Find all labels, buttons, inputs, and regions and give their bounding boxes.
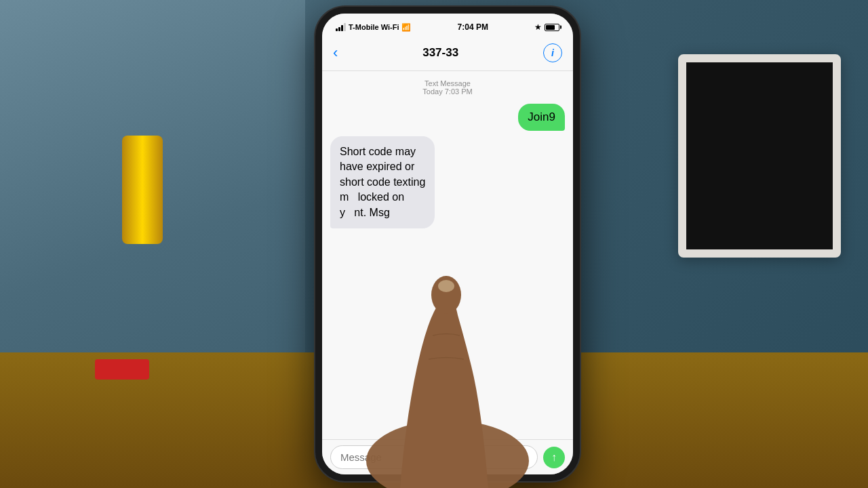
message-input[interactable] [330, 445, 538, 469]
status-right: ★ [534, 22, 559, 32]
monitor-screen [686, 62, 833, 249]
back-button[interactable]: ‹ [333, 44, 338, 62]
wifi-icon: 📶 [401, 23, 411, 32]
red-item-decoration [95, 359, 149, 380]
battery-fill [546, 25, 555, 30]
signal-bar-3 [341, 25, 343, 31]
received-message-bubble: Short code mayhave expired orshort code … [330, 136, 435, 228]
timestamp-sub: Today 7:03 PM [330, 87, 565, 96]
time-display: 7:04 PM [458, 22, 488, 32]
message-timestamp: Text Message Today 7:03 PM [330, 79, 565, 96]
send-icon: ↑ [551, 451, 557, 464]
input-bar: ↑ [322, 439, 573, 474]
nav-bar: ‹ 337-33 i [322, 38, 573, 71]
white-frame-decoration [678, 54, 841, 258]
sent-message-text: Join9 [528, 110, 555, 123]
status-left: T-Mobile Wi-Fi 📶 [336, 23, 411, 32]
signal-bar-1 [336, 28, 338, 31]
iphone: T-Mobile Wi-Fi 📶 7:04 PM ★ ‹ 337-33 i [315, 7, 580, 481]
phone-wrapper: T-Mobile Wi-Fi 📶 7:04 PM ★ ‹ 337-33 i [292, 0, 604, 488]
received-message-text: Short code mayhave expired orshort code … [340, 146, 425, 218]
sent-message-bubble: Join9 [518, 104, 565, 131]
nav-title: 337-33 [422, 46, 458, 60]
send-button[interactable]: ↑ [543, 447, 565, 468]
status-bar: T-Mobile Wi-Fi 📶 7:04 PM ★ [322, 14, 573, 38]
battery-icon [545, 24, 559, 31]
signal-bars-icon [336, 23, 346, 31]
carrier-label: T-Mobile Wi-Fi [349, 23, 399, 31]
timestamp-text: Text Message [330, 79, 565, 87]
signal-bar-4 [344, 23, 346, 31]
messages-area: Text Message Today 7:03 PM Join9 Short c… [322, 71, 573, 439]
gold-cylinder-decoration [122, 136, 163, 244]
info-button[interactable]: i [543, 43, 562, 62]
info-icon: i [551, 47, 554, 58]
scene: T-Mobile Wi-Fi 📶 7:04 PM ★ ‹ 337-33 i [0, 0, 868, 488]
bluetooth-icon: ★ [534, 22, 542, 32]
signal-bar-2 [338, 27, 340, 31]
